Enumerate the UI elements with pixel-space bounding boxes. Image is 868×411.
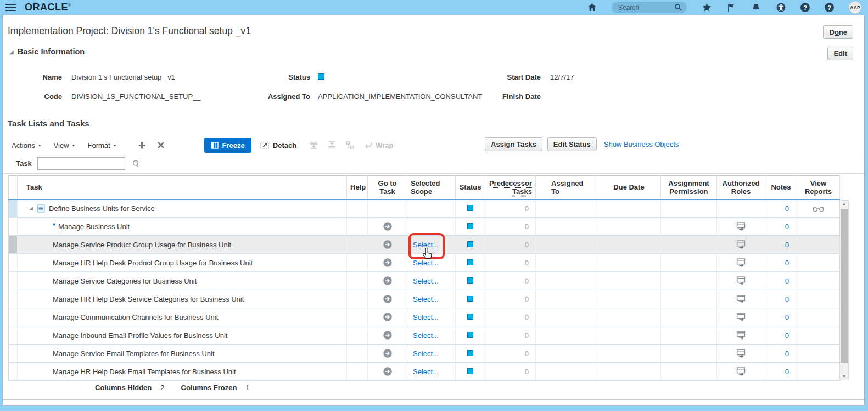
table-row[interactable]: Manage HR Help Desk Product Group Usage … <box>9 254 840 272</box>
selected-scope-link[interactable]: Select... <box>413 241 439 249</box>
selected-scope-link[interactable]: Select... <box>413 331 439 340</box>
row-selector[interactable] <box>9 326 18 345</box>
assignment-icon[interactable] <box>736 222 746 231</box>
table-row[interactable]: *Manage Business Unit00 <box>9 218 840 236</box>
format-menu[interactable]: Format▼ <box>87 141 116 149</box>
delete-x-icon[interactable] <box>157 141 165 149</box>
row-selector[interactable] <box>9 308 18 326</box>
notes-count-link[interactable]: 0 <box>765 326 797 345</box>
notes-count-link[interactable]: 0 <box>765 199 797 218</box>
column-header-predecessor[interactable]: Predecessor Tasks <box>485 176 536 199</box>
table-row[interactable]: Manage Service Product Group Usage for B… <box>9 236 840 254</box>
column-header-reports[interactable]: View Reports <box>797 176 840 199</box>
table-row[interactable]: Manage Service Email Templates for Busin… <box>9 345 840 363</box>
row-selector[interactable] <box>9 345 18 363</box>
go-to-task-arrow-icon[interactable] <box>383 349 392 358</box>
navigator-menu-icon[interactable] <box>5 4 16 12</box>
notes-count-link[interactable]: 0 <box>765 363 797 381</box>
help-icon-secondary[interactable] <box>825 3 834 12</box>
scroll-up-arrow[interactable]: ▲ <box>840 201 848 207</box>
column-header-assigned[interactable]: Assigned To <box>536 176 597 199</box>
expand-triangle-icon[interactable]: ◢ <box>29 206 33 211</box>
home-icon[interactable] <box>587 3 597 13</box>
task-filter-input[interactable] <box>37 157 125 170</box>
go-to-task-arrow-icon[interactable] <box>383 240 392 249</box>
go-to-task-arrow-icon[interactable] <box>383 367 392 376</box>
table-row[interactable]: Manage HR Help Desk Email Templates for … <box>9 363 840 381</box>
notes-count-link[interactable]: 0 <box>765 254 797 272</box>
selected-scope-link[interactable]: Select... <box>413 313 439 321</box>
notes-count-link[interactable]: 0 <box>765 290 797 308</box>
column-header-roles[interactable]: Authorized Roles <box>717 176 765 199</box>
edit-status-button[interactable]: Edit Status <box>547 137 597 151</box>
go-to-task-arrow-icon[interactable] <box>383 313 392 321</box>
assignment-icon[interactable] <box>736 367 746 376</box>
collapse-triangle-icon[interactable]: ◢ <box>9 49 14 55</box>
favorites-star-icon[interactable] <box>702 3 712 13</box>
notes-count-link[interactable]: 0 <box>765 345 797 363</box>
edit-button[interactable]: Edit <box>827 47 853 60</box>
add-icon[interactable] <box>138 141 146 149</box>
assign-tasks-button[interactable]: Assign Tasks <box>485 137 542 151</box>
assignment-icon[interactable] <box>736 331 746 340</box>
accessibility-icon[interactable] <box>776 3 786 13</box>
notes-count-link[interactable]: 0 <box>765 218 797 236</box>
row-selector[interactable] <box>9 218 18 236</box>
selected-scope-link[interactable]: Select... <box>413 277 439 285</box>
search-icon[interactable] <box>674 3 682 12</box>
column-header-status[interactable]: Status <box>456 176 485 199</box>
column-header-task[interactable]: Task <box>18 176 347 199</box>
view-reports-glasses-icon[interactable] <box>813 206 824 212</box>
column-header-scope[interactable]: Selected Scope <box>407 176 456 199</box>
column-header-notes[interactable]: Notes <box>765 176 797 199</box>
assignment-icon[interactable] <box>736 313 746 321</box>
scrollbar-thumb[interactable] <box>841 209 848 363</box>
selected-scope-link[interactable]: Select... <box>413 368 439 376</box>
table-row[interactable]: Manage Communication Channels for Busine… <box>9 308 840 326</box>
row-selector[interactable] <box>9 272 18 290</box>
user-avatar[interactable]: AAP <box>849 1 861 14</box>
go-to-task-arrow-icon[interactable] <box>383 258 392 267</box>
freeze-button[interactable]: Freeze <box>204 138 251 153</box>
table-row[interactable]: ◢Define Business Units for Service00 <box>9 199 840 218</box>
assignment-icon[interactable] <box>736 276 746 285</box>
table-row[interactable]: Manage HR Help Desk Service Categories f… <box>9 290 840 308</box>
actions-menu[interactable]: Actions▼ <box>12 141 42 149</box>
table-scrollbar[interactable]: ▲ ▼ <box>839 200 849 380</box>
notes-count-link[interactable]: 0 <box>765 272 797 290</box>
row-selector[interactable] <box>9 290 18 308</box>
go-to-task-arrow-icon[interactable] <box>383 331 392 340</box>
assignment-icon[interactable] <box>736 258 746 267</box>
selected-scope-link[interactable]: Select... <box>413 259 439 267</box>
notifications-bell-icon[interactable] <box>751 3 761 13</box>
go-to-task-arrow-icon[interactable] <box>383 276 392 285</box>
filter-search-icon[interactable] <box>132 159 141 168</box>
detach-button[interactable]: Detach <box>260 141 296 149</box>
view-menu[interactable]: View▼ <box>54 141 76 149</box>
column-header-permission[interactable]: Assignment Permission <box>661 176 717 199</box>
assignment-icon[interactable] <box>736 295 746 303</box>
notes-count-link[interactable]: 0 <box>765 236 797 254</box>
selected-scope-link[interactable]: Select... <box>413 295 439 303</box>
row-selector[interactable] <box>9 236 18 254</box>
watchlist-flag-icon[interactable] <box>726 3 736 13</box>
column-header-goto[interactable]: Go to Task <box>368 176 407 199</box>
table-row[interactable]: Manage Inbound Email Profile Values for … <box>9 326 840 345</box>
assignment-icon[interactable] <box>736 349 746 358</box>
go-to-task-arrow-icon[interactable] <box>383 295 392 303</box>
scroll-down-arrow[interactable]: ▼ <box>840 374 848 379</box>
row-selector[interactable] <box>9 254 18 272</box>
selected-scope-link[interactable]: Select... <box>413 349 439 358</box>
help-icon[interactable] <box>800 3 810 12</box>
assignment-icon[interactable] <box>736 240 746 249</box>
notes-count-link[interactable]: 0 <box>765 308 797 326</box>
go-to-task-arrow-icon[interactable] <box>383 222 392 231</box>
table-row[interactable]: Manage Service Categories for Business U… <box>9 272 840 290</box>
show-business-objects-link[interactable]: Show Business Objects <box>604 140 679 148</box>
done-button[interactable]: Done <box>823 25 853 39</box>
row-selector[interactable] <box>9 199 18 218</box>
row-selector[interactable] <box>9 363 18 381</box>
column-header-help[interactable]: Help <box>347 176 368 199</box>
column-header-due[interactable]: Due Date <box>597 176 661 199</box>
global-search-input[interactable]: Search <box>612 2 687 13</box>
